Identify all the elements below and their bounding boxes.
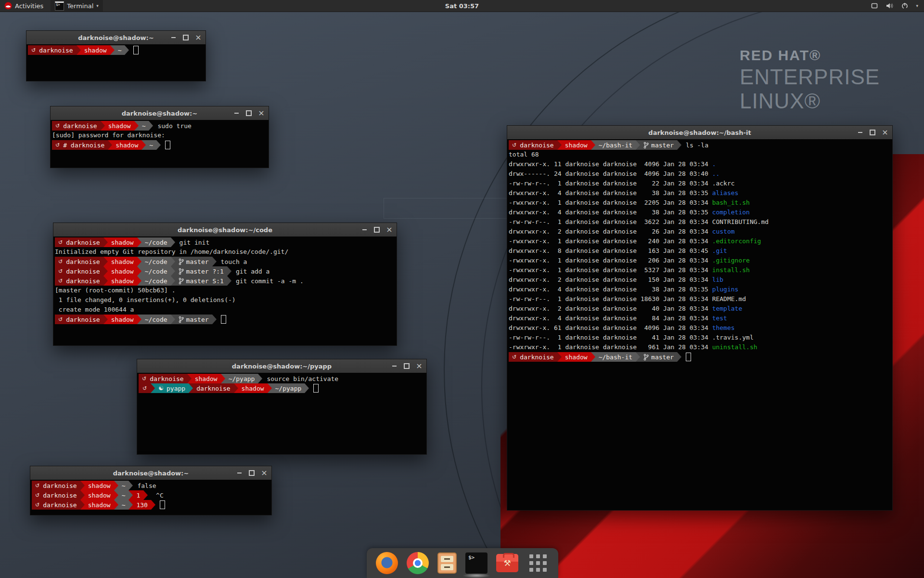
file-name: CONTRIBUTING.md <box>712 218 769 225</box>
prompt-segment-path: ~/code <box>141 266 171 276</box>
git-branch-icon <box>643 142 649 149</box>
terminal-prompt-line: ↺# darknoiseshadow~ <box>52 140 269 150</box>
powerline-separator-icon <box>103 276 108 286</box>
maximize-button[interactable] <box>868 128 877 137</box>
titlebar[interactable]: darknoise@shadow:~/pyapp× <box>137 359 426 373</box>
powerline-separator-icon <box>268 383 272 393</box>
window-title: darknoise@shadow:~/pyapp <box>137 363 426 370</box>
powerline-separator-icon <box>141 140 146 150</box>
prompt-segment-user: ↺darknoise <box>55 276 103 286</box>
titlebar[interactable]: darknoise@shadow:~× <box>30 466 271 480</box>
power-icon[interactable] <box>901 2 909 10</box>
prompt-history-icon: ↺ <box>55 123 60 129</box>
terminal-window-4[interactable]: darknoise@shadow:~/pyapp×↺darknoiseshado… <box>137 359 427 455</box>
file-name: README.md <box>712 295 746 302</box>
terminal-body[interactable]: ↺darknoiseshadow~sudo true[sudo] passwor… <box>51 120 269 168</box>
powerline-separator-icon <box>103 257 108 266</box>
prompt-history-icon: ↺ <box>58 268 63 275</box>
powerline-separator-icon <box>171 276 175 286</box>
file-name: aliases <box>712 189 739 197</box>
prompt-segment-path: ~/pyapp <box>225 374 258 383</box>
powerline-separator-icon <box>101 121 105 131</box>
file-name: plugins <box>712 286 739 293</box>
minimize-button[interactable] <box>856 128 864 137</box>
prompt-segment-user: ↺darknoise <box>55 315 103 324</box>
prompt-history-icon: ↺ <box>55 142 60 148</box>
dock-chrome-icon[interactable] <box>407 552 429 574</box>
clock[interactable]: Sat 03:57 <box>445 2 479 10</box>
rhel-wallpaper-logo: RED HAT® ENTERPRISE LINUX® <box>740 48 880 115</box>
file-name: uninstall.sh <box>712 343 757 351</box>
terminal-window-2[interactable]: darknoise@shadow:~×↺darknoiseshadow~sudo… <box>50 106 269 168</box>
terminal-window-5[interactable]: darknoise@shadow:~×↺darknoiseshadow~fals… <box>30 466 272 515</box>
close-button[interactable]: × <box>415 362 424 370</box>
terminal-output-line: create mode 100644 a <box>55 305 397 315</box>
git-branch-icon <box>179 316 184 323</box>
git-branch-icon <box>643 354 649 361</box>
close-button[interactable]: × <box>385 225 394 234</box>
prompt-segment-user: ↺darknoise <box>32 500 80 510</box>
powerline-separator-icon <box>114 490 118 500</box>
file-name: .git <box>712 247 727 254</box>
terminal-body[interactable]: ↺darknoiseshadow~false↺darknoiseshadow~1… <box>30 480 271 515</box>
maximize-button[interactable] <box>402 362 411 370</box>
dock: $> <box>367 548 558 578</box>
terminal-body[interactable]: ↺darknoiseshadow~/pyappsource bin/activa… <box>137 373 426 454</box>
powerline-separator-icon <box>677 140 681 150</box>
minimize-button[interactable] <box>360 225 369 234</box>
prompt-segment-host: shadow <box>85 490 114 500</box>
titlebar[interactable]: darknoise@shadow:~/bash-it× <box>507 126 892 140</box>
close-button[interactable]: × <box>257 109 266 118</box>
command-text: false <box>133 481 156 490</box>
terminal-body[interactable]: ↺darknoiseshadow~/bash-itmasterls -latot… <box>507 139 892 510</box>
activities-button[interactable]: Activities <box>0 0 48 12</box>
dock-files-icon[interactable] <box>437 552 457 574</box>
close-button[interactable]: × <box>194 33 203 42</box>
terminal-body[interactable]: ↺darknoiseshadow~/codegit initInitialize… <box>53 236 397 345</box>
git-branch-icon <box>179 268 184 275</box>
maximize-button[interactable] <box>244 109 253 118</box>
minimize-button[interactable] <box>169 33 178 42</box>
terminal-window-1[interactable]: darknoise@shadow:~×↺darknoiseshadow~ <box>26 30 206 81</box>
terminal-prompt-line: ↺darknoiseshadow~false <box>32 481 271 490</box>
terminal-appmenu-button[interactable]: $> Terminal ▾ <box>51 0 103 12</box>
ls-output-line: drwxrwxr-x. 4 darknoise darknoise 84 Jan… <box>509 314 892 323</box>
prompt-history-icon: ↺ <box>35 492 39 499</box>
titlebar[interactable]: darknoise@shadow:~× <box>26 31 205 45</box>
volume-icon[interactable] <box>886 2 894 10</box>
ls-output-line: drwxrwxr-x. 4 darknoise darknoise 38 Jan… <box>509 208 892 217</box>
file-name: bash_it.sh <box>712 199 750 206</box>
titlebar[interactable]: darknoise@shadow:~/code× <box>53 223 397 237</box>
minimize-button[interactable] <box>390 362 398 370</box>
close-button[interactable]: × <box>881 128 889 137</box>
terminal-prompt-line: ↺darknoiseshadow~ <box>28 45 205 55</box>
terminal-window-6[interactable]: darknoise@shadow:~/bash-it×↺darknoisesha… <box>507 125 893 511</box>
dock-toolbox-icon[interactable] <box>496 554 518 572</box>
powerline-separator-icon <box>137 276 141 286</box>
terminal-body[interactable]: ↺darknoiseshadow~ <box>26 44 205 81</box>
prompt-segment-user: ↺darknoise <box>32 490 80 500</box>
terminal-window-3[interactable]: darknoise@shadow:~/code×↺darknoiseshadow… <box>53 223 397 346</box>
dock-terminal-icon[interactable]: $> <box>465 552 488 574</box>
dock-firefox-icon[interactable] <box>376 552 398 574</box>
powerline-separator-icon <box>137 257 141 266</box>
minimize-button[interactable] <box>235 469 244 477</box>
screen-layout-icon[interactable] <box>871 2 878 10</box>
close-button[interactable]: × <box>260 469 269 477</box>
dock-app-grid-icon[interactable] <box>527 552 549 574</box>
prompt-segment-path: ~/code <box>141 315 171 324</box>
file-name: lib <box>712 276 723 283</box>
ls-output-line: -rw-rw-r--. 1 darknoise darknoise 22 Jan… <box>509 179 892 188</box>
ls-output-line: drwxrwxr-x. 2 darknoise darknoise 150 Ja… <box>509 275 892 285</box>
maximize-button[interactable] <box>181 33 190 42</box>
prompt-segment-host: shadow <box>108 276 137 286</box>
minimize-button[interactable] <box>232 109 241 118</box>
caret-down-icon[interactable]: ▾ <box>916 3 918 8</box>
maximize-button[interactable] <box>372 225 381 234</box>
powerline-separator-icon <box>114 481 118 490</box>
terminal-cursor <box>221 315 226 324</box>
appmenu-label: Terminal <box>67 2 93 10</box>
maximize-button[interactable] <box>247 469 256 477</box>
titlebar[interactable]: darknoise@shadow:~× <box>51 106 269 120</box>
terminal-prompt-line: ↺darknoiseshadow~/pyappsource bin/activa… <box>139 374 426 383</box>
